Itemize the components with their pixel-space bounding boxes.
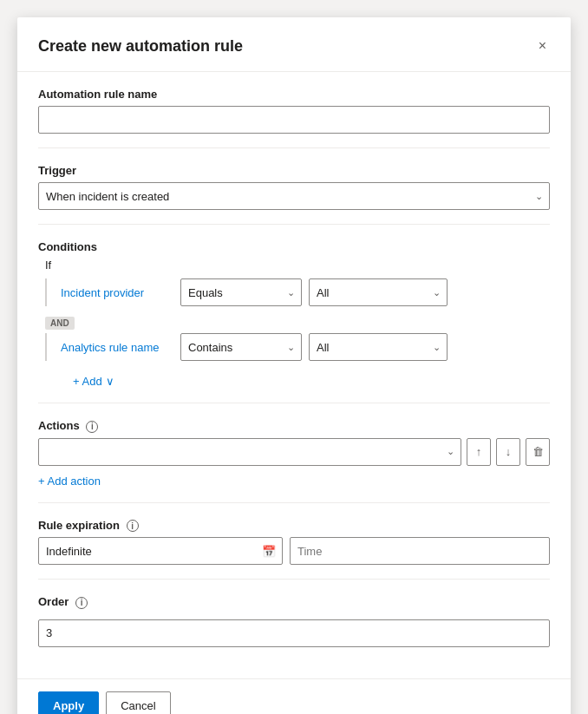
condition-operator-select-1[interactable]: Equals Not equals Contains <box>180 278 302 306</box>
conditions-inner: If Incident provider Equals Not equals C… <box>38 259 550 389</box>
add-action-button[interactable]: + Add action <box>38 475 101 488</box>
expiration-time-input[interactable] <box>290 537 550 565</box>
add-action-label: + Add action <box>38 475 101 488</box>
order-section: Order i <box>38 580 550 661</box>
dialog-body: Automation rule name Trigger When incide… <box>17 72 571 678</box>
automation-rule-name-label: Automation rule name <box>38 88 550 101</box>
delete-icon: 🗑 <box>532 445 544 458</box>
actions-info-icon: i <box>86 421 98 433</box>
add-condition-button[interactable]: + Add ∨ <box>73 375 114 388</box>
actions-select[interactable] <box>38 438 461 466</box>
condition-operator-select-2[interactable]: Contains Equals Not equals <box>180 333 302 361</box>
delete-action-button[interactable]: 🗑 <box>526 438 550 466</box>
rule-expiration-section: Rule expiration i 📅 <box>38 503 550 580</box>
add-condition-chevron: ∨ <box>106 375 114 388</box>
condition-operator-wrapper-2: Contains Equals Not equals ⌄ <box>180 333 302 361</box>
actions-row: ⌄ ↑ ↓ 🗑 <box>38 438 550 466</box>
condition-row-2: Analytics rule name Contains Equals Not … <box>45 333 550 361</box>
actions-select-wrapper: ⌄ <box>38 438 461 466</box>
add-condition-label: + Add <box>73 375 102 388</box>
dialog-title: Create new automation rule <box>38 37 243 56</box>
actions-section: Actions i ⌄ ↑ ↓ 🗑 <box>38 403 550 503</box>
move-up-icon: ↑ <box>476 445 482 458</box>
condition-field-name-2: Analytics rule name <box>61 341 173 354</box>
conditions-label: Conditions <box>38 240 550 253</box>
rule-expiration-info-icon: i <box>127 520 139 532</box>
if-label: If <box>45 259 550 272</box>
trigger-select[interactable]: When incident is created When incident i… <box>38 182 550 210</box>
move-down-icon: ↓ <box>506 445 512 458</box>
apply-button[interactable]: Apply <box>38 691 99 714</box>
expiration-date-input[interactable] <box>38 537 283 565</box>
create-automation-rule-dialog: Create new automation rule × Automation … <box>17 17 571 714</box>
trigger-label: Trigger <box>38 164 550 177</box>
cancel-button[interactable]: Cancel <box>106 691 170 714</box>
trigger-section: Trigger When incident is created When in… <box>38 148 550 225</box>
conditions-section: Conditions If Incident provider Equals N… <box>38 225 550 403</box>
add-condition-wrapper: + Add ∨ <box>59 368 550 389</box>
close-button[interactable]: × <box>535 35 550 57</box>
expiration-row: 📅 <box>38 537 550 565</box>
automation-rule-name-section: Automation rule name <box>38 72 550 148</box>
order-input[interactable] <box>38 619 550 647</box>
order-label: Order i <box>38 595 550 609</box>
condition-value-select-2[interactable]: All Custom <box>309 333 448 361</box>
condition-value-select-1[interactable]: All Azure Sentinel Microsoft Defender <box>309 278 448 306</box>
trigger-select-wrapper: When incident is created When incident i… <box>38 182 550 210</box>
condition-row-1: Incident provider Equals Not equals Cont… <box>45 278 550 306</box>
condition-value-wrapper-2: All Custom ⌄ <box>309 333 448 361</box>
and-badge: AND <box>45 317 75 330</box>
condition-operator-wrapper-1: Equals Not equals Contains ⌄ <box>180 278 302 306</box>
actions-label: Actions i <box>38 419 550 433</box>
order-info-icon: i <box>75 597 88 609</box>
dialog-header: Create new automation rule × <box>17 17 571 72</box>
condition-value-wrapper-1: All Azure Sentinel Microsoft Defender ⌄ <box>309 278 448 306</box>
dialog-footer: Apply Cancel <box>17 678 571 714</box>
move-up-button[interactable]: ↑ <box>467 438 491 466</box>
automation-rule-name-input[interactable] <box>38 106 550 134</box>
expiration-date-wrapper: 📅 <box>38 537 283 565</box>
condition-field-name-1: Incident provider <box>61 286 173 299</box>
rule-expiration-label: Rule expiration i <box>38 519 550 533</box>
move-down-button[interactable]: ↓ <box>496 438 520 466</box>
